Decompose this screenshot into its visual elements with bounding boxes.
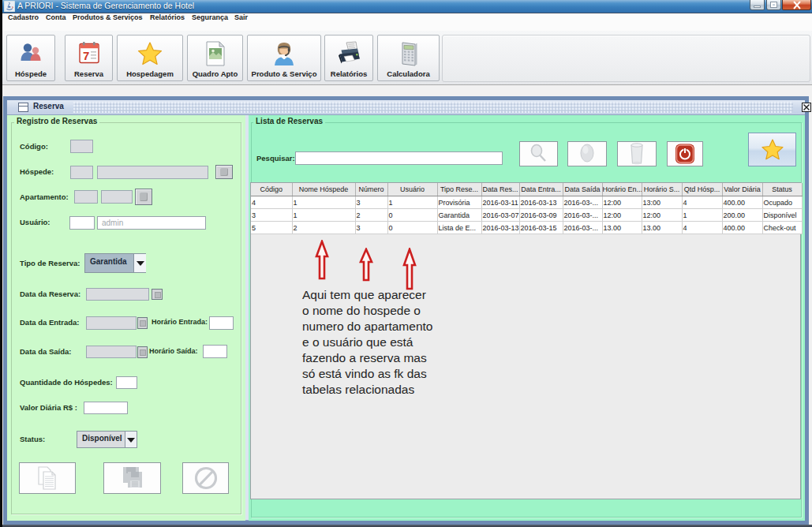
svg-text:7: 7 [83,49,89,62]
